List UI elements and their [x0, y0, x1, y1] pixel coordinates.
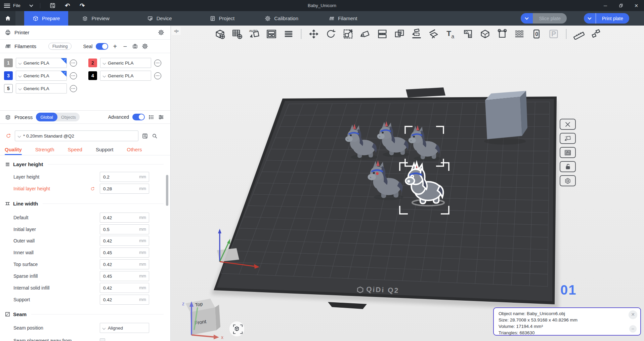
- preset-reset-button[interactable]: [5, 133, 11, 139]
- auto-orient-plate-button[interactable]: [560, 133, 576, 144]
- brim-ears-button[interactable]: [547, 28, 560, 40]
- tab-quality[interactable]: Quality: [5, 144, 22, 155]
- layer-height-input[interactable]: mm: [100, 172, 149, 182]
- outer-wall-line-width-input[interactable]: mm: [100, 236, 149, 246]
- tab-filament[interactable]: Filament: [320, 11, 366, 26]
- wipe-tower-button[interactable]: [530, 28, 543, 40]
- group-title: Line width: [13, 201, 38, 206]
- restore-button[interactable]: [613, 0, 629, 11]
- initial-layer-line-width-input[interactable]: mm: [100, 224, 149, 234]
- tab-label: Preview: [91, 15, 109, 21]
- scope-global[interactable]: Global: [36, 113, 57, 121]
- remove-filament-button[interactable]: −: [122, 43, 128, 50]
- top-surface-line-width-input[interactable]: mm: [100, 259, 149, 269]
- tab-speed[interactable]: Speed: [68, 144, 82, 155]
- slice-options-dropdown[interactable]: [521, 13, 533, 24]
- filament-more-button[interactable]: ···: [154, 60, 161, 67]
- inner-wall-line-width-input[interactable]: mm: [100, 248, 149, 258]
- add-filament-button[interactable]: +: [112, 43, 118, 50]
- minimize-button[interactable]: ─: [598, 0, 613, 11]
- default-line-width-input[interactable]: mm: [100, 213, 149, 223]
- fit-view-button[interactable]: [229, 321, 245, 337]
- filament-more-button[interactable]: ···: [70, 60, 77, 67]
- color-paint-button[interactable]: [462, 28, 474, 40]
- file-menu-chevron-icon[interactable]: [29, 3, 33, 7]
- tab-calibration[interactable]: Calibration: [256, 11, 307, 26]
- save-button[interactable]: [48, 1, 58, 10]
- add-model-button[interactable]: [214, 28, 226, 40]
- filament-select-1[interactable]: Generic PLA✓: [16, 58, 67, 68]
- tab-device[interactable]: Device: [139, 11, 180, 26]
- variable-layer-height-button[interactable]: [410, 28, 423, 40]
- plate-settings-button[interactable]: [560, 175, 576, 186]
- parameter-list-button[interactable]: [148, 114, 155, 120]
- info-close-button[interactable]: ✕: [629, 310, 637, 319]
- info-collapse-button[interactable]: −: [629, 325, 637, 333]
- filament-sync-button[interactable]: [132, 43, 138, 50]
- tab-project[interactable]: Project: [201, 11, 243, 26]
- search-params-button[interactable]: [152, 133, 158, 139]
- seam-placement-checkbox[interactable]: [100, 338, 105, 341]
- arrange-plate-button[interactable]: [560, 147, 576, 158]
- filament-more-button[interactable]: ···: [70, 85, 77, 92]
- print-plate-button-group: Print plate: [584, 13, 629, 24]
- close-button[interactable]: ✕: [629, 0, 644, 11]
- support-line-width-input[interactable]: mm: [100, 295, 149, 305]
- file-menu[interactable]: File: [4, 3, 20, 8]
- printer-settings-button[interactable]: [158, 29, 164, 36]
- mesh-boolean-button[interactable]: [479, 28, 491, 40]
- save-preset-button[interactable]: [142, 133, 148, 139]
- move-button[interactable]: [307, 28, 320, 40]
- print-plate-button[interactable]: Print plate: [596, 13, 629, 24]
- fill-plate-button[interactable]: [282, 28, 295, 40]
- process-preset-select[interactable]: * 0.20mm Standard @Q2: [15, 130, 138, 141]
- advanced-toggle[interactable]: [132, 114, 145, 120]
- viewport-3d[interactable]: QiDi Q2 01: [171, 26, 644, 341]
- internal-solid-infill-line-width-input[interactable]: mm: [100, 283, 149, 293]
- initial-layer-height-input[interactable]: mm: [100, 184, 149, 194]
- tab-others[interactable]: Others: [127, 144, 142, 155]
- auto-orient-button[interactable]: [248, 28, 261, 40]
- filament-select-5[interactable]: Generic PLA: [16, 83, 67, 93]
- undo-button[interactable]: ↶: [62, 1, 73, 10]
- print-options-dropdown[interactable]: [584, 13, 596, 24]
- filament-more-button[interactable]: ···: [154, 72, 161, 79]
- scale-button[interactable]: [342, 28, 354, 40]
- tune-button[interactable]: [158, 114, 164, 120]
- tab-prepare[interactable]: Prepare: [24, 11, 68, 26]
- filament-select-4[interactable]: Generic PLA: [100, 71, 151, 81]
- flushing-button[interactable]: Flushing: [48, 43, 72, 50]
- delete-plate-button[interactable]: [560, 119, 576, 130]
- add-plate-button[interactable]: [231, 28, 244, 40]
- assembly-view-button[interactable]: [590, 28, 602, 40]
- tab-preview[interactable]: Preview: [74, 11, 118, 26]
- seal-label: Seal: [83, 44, 92, 49]
- split-to-objects-button[interactable]: [376, 28, 389, 40]
- filament-settings-button[interactable]: [142, 43, 148, 49]
- cut-button[interactable]: [427, 28, 440, 40]
- filament-select-3[interactable]: Generic PLA✓: [16, 71, 67, 81]
- arrange-button[interactable]: [265, 28, 278, 40]
- slice-plate-button[interactable]: Slice plate: [533, 13, 567, 24]
- text-tool-button[interactable]: [444, 28, 457, 40]
- sidebar-collapse-handle[interactable]: <|>: [172, 27, 181, 35]
- negative-part-button[interactable]: [496, 28, 509, 40]
- split-to-parts-button[interactable]: [393, 28, 406, 40]
- filament-more-button[interactable]: ···: [70, 72, 77, 79]
- tab-support[interactable]: Support: [96, 144, 114, 155]
- tab-strength[interactable]: Strength: [35, 144, 54, 155]
- filament-select-2[interactable]: Generic PLA: [100, 58, 151, 68]
- sidebar-scrollbar[interactable]: [166, 175, 168, 206]
- home-button[interactable]: [0, 11, 15, 26]
- lock-plate-button[interactable]: [560, 161, 576, 172]
- lay-on-face-button[interactable]: [359, 28, 372, 40]
- seam-position-select[interactable]: Aligned: [100, 323, 149, 333]
- redo-button[interactable]: ↷: [77, 1, 87, 10]
- fuzzy-skin-button[interactable]: [513, 28, 526, 40]
- measure-button[interactable]: [572, 28, 585, 40]
- sparse-infill-line-width-input[interactable]: mm: [100, 271, 149, 281]
- scope-objects[interactable]: Objects: [57, 115, 80, 120]
- reset-value-button[interactable]: [90, 186, 95, 191]
- rotate-button[interactable]: [325, 28, 337, 40]
- seal-toggle[interactable]: [96, 43, 108, 50]
